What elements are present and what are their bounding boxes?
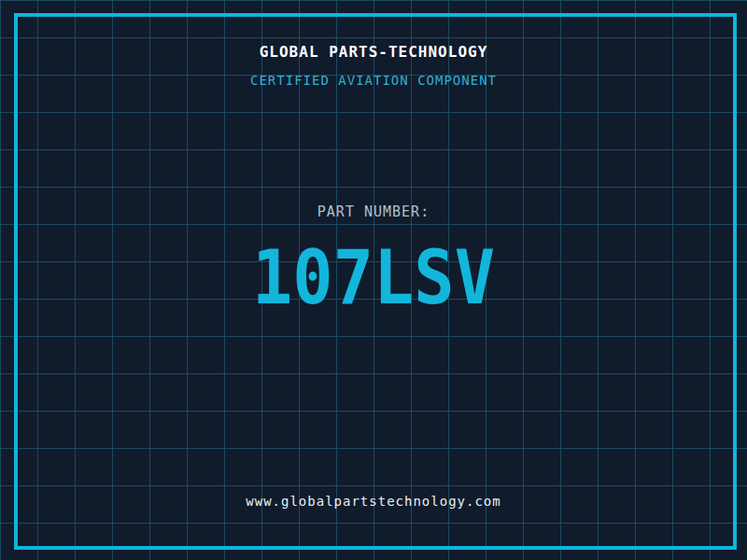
subtitle: CERTIFIED AVIATION COMPONENT bbox=[0, 74, 747, 87]
blueprint-card: { "card": { "title": "GLOBAL PARTS-TECHN… bbox=[0, 0, 747, 560]
part-number-label: PART NUMBER: bbox=[0, 205, 747, 219]
website-url: www.globalpartstechnology.com bbox=[0, 495, 747, 508]
page-title: GLOBAL PARTS-TECHNOLOGY bbox=[0, 45, 747, 60]
part-number-value: 107LSV bbox=[0, 240, 747, 315]
